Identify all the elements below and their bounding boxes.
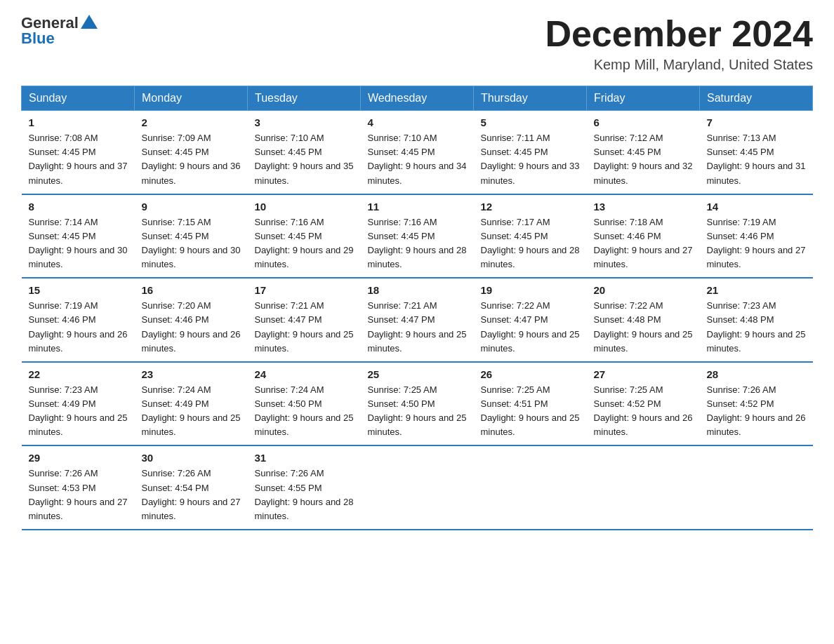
calendar-week-row: 1 Sunrise: 7:08 AMSunset: 4:45 PMDayligh… <box>22 111 813 194</box>
day-number: 22 <box>29 368 128 380</box>
calendar-cell: 18 Sunrise: 7:21 AMSunset: 4:47 PMDaylig… <box>361 278 474 362</box>
calendar-cell: 28 Sunrise: 7:26 AMSunset: 4:52 PMDaylig… <box>700 362 813 446</box>
day-info: Sunrise: 7:22 AMSunset: 4:47 PMDaylight:… <box>481 299 580 356</box>
logo-triangle-icon <box>81 15 98 29</box>
day-number: 14 <box>707 201 806 213</box>
day-number: 10 <box>255 201 354 213</box>
day-info: Sunrise: 7:20 AMSunset: 4:46 PMDaylight:… <box>142 299 241 356</box>
page-header: General Blue December 2024 Kemp Mill, Ma… <box>21 14 813 73</box>
calendar-week-row: 29 Sunrise: 7:26 AMSunset: 4:53 PMDaylig… <box>22 445 813 530</box>
weekday-header-tuesday: Tuesday <box>248 86 361 111</box>
day-info: Sunrise: 7:24 AMSunset: 4:50 PMDaylight:… <box>255 383 354 440</box>
calendar-week-row: 8 Sunrise: 7:14 AMSunset: 4:45 PMDayligh… <box>22 194 813 279</box>
calendar-body: 1 Sunrise: 7:08 AMSunset: 4:45 PMDayligh… <box>22 111 813 530</box>
calendar-cell <box>361 445 474 530</box>
day-number: 3 <box>255 116 354 128</box>
day-number: 21 <box>707 284 806 296</box>
day-number: 30 <box>142 452 241 464</box>
day-info: Sunrise: 7:25 AMSunset: 4:50 PMDaylight:… <box>368 383 467 440</box>
day-number: 26 <box>481 368 580 380</box>
day-number: 2 <box>142 116 241 128</box>
calendar-cell: 6 Sunrise: 7:12 AMSunset: 4:45 PMDayligh… <box>587 111 700 194</box>
day-info: Sunrise: 7:16 AMSunset: 4:45 PMDaylight:… <box>368 215 467 272</box>
day-number: 5 <box>481 116 580 128</box>
day-info: Sunrise: 7:10 AMSunset: 4:45 PMDaylight:… <box>368 131 467 188</box>
weekday-header-saturday: Saturday <box>700 86 813 111</box>
day-info: Sunrise: 7:25 AMSunset: 4:52 PMDaylight:… <box>594 383 693 440</box>
weekday-header-sunday: Sunday <box>22 86 135 111</box>
day-number: 9 <box>142 201 241 213</box>
day-number: 11 <box>368 201 467 213</box>
calendar-cell: 24 Sunrise: 7:24 AMSunset: 4:50 PMDaylig… <box>248 362 361 446</box>
day-info: Sunrise: 7:09 AMSunset: 4:45 PMDaylight:… <box>142 131 241 188</box>
calendar-week-row: 15 Sunrise: 7:19 AMSunset: 4:46 PMDaylig… <box>22 278 813 362</box>
calendar-cell: 3 Sunrise: 7:10 AMSunset: 4:45 PMDayligh… <box>248 111 361 194</box>
day-number: 13 <box>594 201 693 213</box>
day-number: 7 <box>707 116 806 128</box>
day-number: 25 <box>368 368 467 380</box>
weekday-header-monday: Monday <box>135 86 248 111</box>
day-info: Sunrise: 7:22 AMSunset: 4:48 PMDaylight:… <box>594 299 693 356</box>
day-number: 31 <box>255 452 354 464</box>
calendar-cell: 23 Sunrise: 7:24 AMSunset: 4:49 PMDaylig… <box>135 362 248 446</box>
calendar-cell: 16 Sunrise: 7:20 AMSunset: 4:46 PMDaylig… <box>135 278 248 362</box>
calendar-cell: 30 Sunrise: 7:26 AMSunset: 4:54 PMDaylig… <box>135 445 248 530</box>
calendar-cell: 7 Sunrise: 7:13 AMSunset: 4:45 PMDayligh… <box>700 111 813 194</box>
calendar-cell: 11 Sunrise: 7:16 AMSunset: 4:45 PMDaylig… <box>361 194 474 279</box>
day-info: Sunrise: 7:15 AMSunset: 4:45 PMDaylight:… <box>142 215 241 272</box>
day-info: Sunrise: 7:26 AMSunset: 4:54 PMDaylight:… <box>142 467 241 523</box>
day-number: 18 <box>368 284 467 296</box>
calendar-cell: 5 Sunrise: 7:11 AMSunset: 4:45 PMDayligh… <box>474 111 587 194</box>
calendar-cell: 1 Sunrise: 7:08 AMSunset: 4:45 PMDayligh… <box>22 111 135 194</box>
month-title: December 2024 <box>545 14 813 54</box>
day-info: Sunrise: 7:12 AMSunset: 4:45 PMDaylight:… <box>594 131 693 188</box>
day-number: 6 <box>594 116 693 128</box>
day-number: 1 <box>29 116 128 128</box>
day-number: 17 <box>255 284 354 296</box>
day-info: Sunrise: 7:19 AMSunset: 4:46 PMDaylight:… <box>707 215 806 272</box>
calendar-cell: 12 Sunrise: 7:17 AMSunset: 4:45 PMDaylig… <box>474 194 587 279</box>
calendar-cell: 19 Sunrise: 7:22 AMSunset: 4:47 PMDaylig… <box>474 278 587 362</box>
day-number: 20 <box>594 284 693 296</box>
weekday-header-wednesday: Wednesday <box>361 86 474 111</box>
calendar-cell: 31 Sunrise: 7:26 AMSunset: 4:55 PMDaylig… <box>248 445 361 530</box>
weekday-header-thursday: Thursday <box>474 86 587 111</box>
calendar-cell <box>700 445 813 530</box>
logo-blue-text: Blue <box>21 29 55 48</box>
calendar-cell: 8 Sunrise: 7:14 AMSunset: 4:45 PMDayligh… <box>22 194 135 279</box>
calendar-cell: 2 Sunrise: 7:09 AMSunset: 4:45 PMDayligh… <box>135 111 248 194</box>
calendar-cell: 9 Sunrise: 7:15 AMSunset: 4:45 PMDayligh… <box>135 194 248 279</box>
calendar-cell: 27 Sunrise: 7:25 AMSunset: 4:52 PMDaylig… <box>587 362 700 446</box>
day-info: Sunrise: 7:14 AMSunset: 4:45 PMDaylight:… <box>29 215 128 272</box>
day-info: Sunrise: 7:26 AMSunset: 4:52 PMDaylight:… <box>707 383 806 440</box>
calendar-cell: 25 Sunrise: 7:25 AMSunset: 4:50 PMDaylig… <box>361 362 474 446</box>
calendar-cell <box>474 445 587 530</box>
day-info: Sunrise: 7:08 AMSunset: 4:45 PMDaylight:… <box>29 131 128 188</box>
calendar-cell: 10 Sunrise: 7:16 AMSunset: 4:45 PMDaylig… <box>248 194 361 279</box>
day-info: Sunrise: 7:25 AMSunset: 4:51 PMDaylight:… <box>481 383 580 440</box>
day-number: 8 <box>29 201 128 213</box>
calendar-cell: 17 Sunrise: 7:21 AMSunset: 4:47 PMDaylig… <box>248 278 361 362</box>
day-info: Sunrise: 7:16 AMSunset: 4:45 PMDaylight:… <box>255 215 354 272</box>
calendar-cell: 4 Sunrise: 7:10 AMSunset: 4:45 PMDayligh… <box>361 111 474 194</box>
day-info: Sunrise: 7:23 AMSunset: 4:48 PMDaylight:… <box>707 299 806 356</box>
day-info: Sunrise: 7:18 AMSunset: 4:46 PMDaylight:… <box>594 215 693 272</box>
calendar-cell: 13 Sunrise: 7:18 AMSunset: 4:46 PMDaylig… <box>587 194 700 279</box>
day-info: Sunrise: 7:19 AMSunset: 4:46 PMDaylight:… <box>29 299 128 356</box>
day-number: 12 <box>481 201 580 213</box>
day-info: Sunrise: 7:17 AMSunset: 4:45 PMDaylight:… <box>481 215 580 272</box>
day-info: Sunrise: 7:11 AMSunset: 4:45 PMDaylight:… <box>481 131 580 188</box>
day-info: Sunrise: 7:21 AMSunset: 4:47 PMDaylight:… <box>255 299 354 356</box>
calendar-cell: 22 Sunrise: 7:23 AMSunset: 4:49 PMDaylig… <box>22 362 135 446</box>
calendar-cell: 26 Sunrise: 7:25 AMSunset: 4:51 PMDaylig… <box>474 362 587 446</box>
calendar-cell: 29 Sunrise: 7:26 AMSunset: 4:53 PMDaylig… <box>22 445 135 530</box>
day-info: Sunrise: 7:10 AMSunset: 4:45 PMDaylight:… <box>255 131 354 188</box>
logo: General Blue <box>21 14 98 48</box>
day-info: Sunrise: 7:24 AMSunset: 4:49 PMDaylight:… <box>142 383 241 440</box>
day-info: Sunrise: 7:21 AMSunset: 4:47 PMDaylight:… <box>368 299 467 356</box>
weekday-header-row: SundayMondayTuesdayWednesdayThursdayFrid… <box>22 86 813 111</box>
calendar-cell <box>587 445 700 530</box>
day-number: 24 <box>255 368 354 380</box>
day-number: 23 <box>142 368 241 380</box>
location-title: Kemp Mill, Maryland, United States <box>545 57 813 73</box>
